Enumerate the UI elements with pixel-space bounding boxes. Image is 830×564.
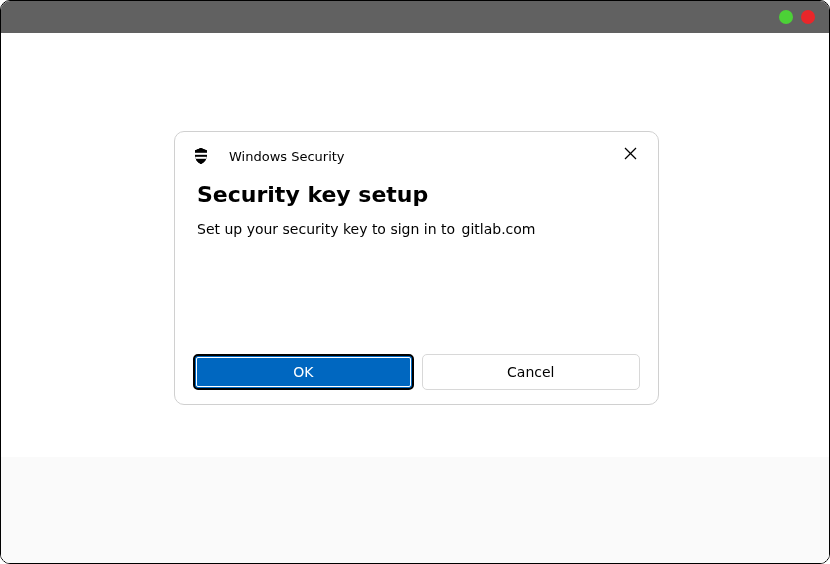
- dialog-header: Windows Security: [175, 132, 658, 172]
- close-icon: [624, 145, 637, 164]
- dialog-description: Set up your security key to sign in to g…: [197, 221, 636, 237]
- svg-rect-3: [193, 153, 209, 155]
- cancel-button[interactable]: Cancel: [422, 354, 641, 390]
- window-titlebar: [1, 1, 829, 33]
- close-dot[interactable]: [801, 10, 815, 24]
- minimize-dot[interactable]: [779, 10, 793, 24]
- close-button[interactable]: [618, 142, 642, 166]
- ok-button[interactable]: OK: [193, 354, 414, 390]
- dialog-body: Security key setup Set up your security …: [175, 172, 658, 237]
- dialog-heading: Security key setup: [197, 182, 636, 207]
- security-dialog: Windows Security Security key setup Set …: [174, 131, 659, 405]
- dialog-button-row: OK Cancel: [193, 354, 640, 390]
- svg-rect-2: [193, 148, 209, 164]
- description-text: Set up your security key to sign in to: [197, 221, 455, 237]
- content-area: Windows Security Security key setup Set …: [1, 33, 829, 563]
- shield-icon: [193, 148, 209, 164]
- dialog-app-title: Windows Security: [229, 149, 618, 164]
- domain-text: gitlab.com: [462, 221, 536, 237]
- footer-background: [1, 457, 829, 563]
